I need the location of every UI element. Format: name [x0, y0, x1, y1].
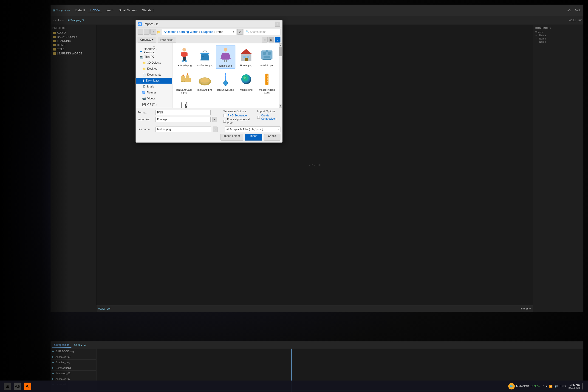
- thumb-svg-house: [238, 47, 254, 63]
- downloads-icon: ⬇: [142, 79, 145, 82]
- file-item-shovel[interactable]: IantShovel.png: [216, 70, 236, 95]
- ae-effects-panel: Controls Connect · · · Name · · · Name ·…: [533, 25, 584, 45]
- file-item-tape[interactable]: MeasuringTape.png: [257, 70, 277, 95]
- taskbar-ai[interactable]: Ai: [24, 382, 31, 390]
- ae-menu-learn[interactable]: Learn: [104, 8, 115, 13]
- tl-item-4[interactable]: ▶ Composition1: [50, 365, 96, 371]
- file-item-marble[interactable]: Marble.png: [236, 70, 256, 95]
- import-button[interactable]: Import: [245, 134, 262, 140]
- timeline-timecode: 00:72 - LW: [74, 344, 86, 346]
- sidebar-network[interactable]: 🌐 Network: [136, 108, 172, 108]
- nav-up-button[interactable]: ↑: [150, 29, 156, 35]
- file-item-ayah[interactable]: IantAyah.png: [174, 45, 194, 69]
- project-item-learning[interactable]: LEARNING: [52, 39, 94, 43]
- project-item-bg[interactable]: BACKGROUND: [52, 35, 94, 39]
- scroll-up-button[interactable]: ▲: [279, 44, 282, 47]
- taskbar-windows[interactable]: ⊞: [4, 382, 11, 390]
- new-folder-button[interactable]: New folder: [158, 37, 176, 42]
- dialog-buttons-row: Import Folder Import Cancel: [138, 134, 280, 140]
- file-item-sandcastle[interactable]: IantSandCastle.png: [174, 70, 194, 95]
- import-folder-button[interactable]: Import Folder: [220, 134, 243, 140]
- nav-refresh-button[interactable]: ⟳: [237, 29, 243, 35]
- 3dobjects-label: 3D Objects: [147, 61, 161, 64]
- ae-menu-default[interactable]: Default: [74, 8, 86, 13]
- tl-item-5[interactable]: ▶ Animated_08: [50, 371, 96, 376]
- tray-volume[interactable]: 🔊: [554, 385, 558, 388]
- svg-rect-44: [267, 78, 268, 78]
- taskbar-ae[interactable]: Ae: [14, 382, 21, 390]
- filetype-dropdown[interactable]: All Acceptable Files (*.fla;*.prproj ▾: [225, 126, 281, 132]
- file-item-sand[interactable]: IantSand.png: [195, 70, 215, 95]
- timeline-tab-comp[interactable]: Composition: [52, 342, 72, 348]
- dialog-close-button[interactable]: ×: [275, 22, 280, 27]
- tl-item-3[interactable]: ▶ Graphic_png: [50, 360, 96, 365]
- sidebar-osdrive[interactable]: 💾 OS (C:): [136, 102, 172, 108]
- file-thumb-sand: [196, 71, 213, 88]
- svg-rect-29: [181, 81, 182, 82]
- file-item-mold[interactable]: IantMold.png: [257, 45, 277, 69]
- sidebar-videos[interactable]: 📹 Videos: [136, 96, 172, 102]
- nav-back-button[interactable]: ←: [138, 29, 143, 35]
- ae-toolbar: ⬩ ✦ ✚ ⌖ ≋ ⊞ Snapping ⊡ 00:72 - LW: [50, 16, 584, 25]
- ae-menu-standard[interactable]: Standard: [140, 8, 156, 13]
- scroll-up-indicator[interactable]: ▲: [136, 44, 172, 48]
- cancel-button[interactable]: Cancel: [264, 134, 280, 140]
- ae-menu-review[interactable]: Review: [88, 7, 102, 13]
- search-box[interactable]: 🔍 Search Items: [244, 29, 280, 35]
- tray-chevron[interactable]: ^: [542, 385, 544, 388]
- ae-project-panel: Project AUDIO BACKGROUND LEARNING ITEMS …: [50, 25, 96, 312]
- import-dialog[interactable]: Ae Import File × ← → ↑ 📁 Animated Learni…: [136, 20, 282, 142]
- bottom-options-row: Format: PNG Import As: Footage ▾: [138, 110, 280, 125]
- tl-item-1[interactable]: ▶ GIFT BACK.png: [50, 348, 96, 354]
- file-item-ibu[interactable]: IantIbu.png: [216, 45, 236, 69]
- sidebar-desktop[interactable]: 📁 Desktop: [136, 66, 172, 72]
- files-scrollbar[interactable]: ▲ ▼: [278, 44, 282, 108]
- project-item-title[interactable]: TITLE: [52, 47, 94, 52]
- system-clock[interactable]: 5:36 pm 31/7/2023: [568, 383, 580, 390]
- file-thumb-notes: ♩♪ ♫: [176, 98, 192, 108]
- sidebar-downloads[interactable]: ⬇ Downloads: [136, 78, 172, 84]
- breadcrumb-dropdown-arrow[interactable]: ▾: [233, 30, 234, 33]
- tl-item-2[interactable]: ▶ Animated_09: [50, 354, 96, 360]
- project-item-items[interactable]: ITEMS: [52, 43, 94, 47]
- help-button[interactable]: ?: [275, 37, 280, 42]
- scroll-thumb[interactable]: [279, 47, 282, 56]
- filename-dropdown[interactable]: ▾: [213, 126, 218, 132]
- breadcrumb-animated[interactable]: Animated Learning Words: [164, 30, 198, 34]
- dialog-titlebar: Ae Import File ×: [136, 20, 282, 28]
- sidebar-thispc[interactable]: 💻 This PC: [136, 54, 172, 60]
- ae-menu-smallscreen[interactable]: Small Screen: [117, 8, 138, 13]
- ae-panel-label: Project: [52, 27, 94, 30]
- svg-point-0: [182, 48, 186, 52]
- import-as-dropdown[interactable]: ▾: [212, 117, 217, 122]
- breadcrumb-graphics[interactable]: Graphics: [201, 30, 213, 34]
- view-grid-button[interactable]: ⊞: [268, 37, 274, 42]
- dialog-body: ▲ ☁ OneDrive - Persona... 💻 This PC 📁 3D…: [136, 44, 282, 108]
- sidebar-3dobjects[interactable]: 📁 3D Objects: [136, 60, 172, 66]
- project-item-audio[interactable]: AUDIO: [52, 31, 94, 35]
- taskbar-show-desktop[interactable]: [582, 382, 584, 390]
- sidebar-music[interactable]: 🎵 Music: [136, 84, 172, 90]
- create-comp-checkbox[interactable]: [257, 116, 260, 119]
- nav-forward-button[interactable]: →: [144, 29, 150, 35]
- filename-input[interactable]: IantIbu.png: [156, 126, 211, 132]
- files-area: IantAyah.png IantBucket.png: [172, 44, 282, 108]
- file-item-house[interactable]: House.png: [236, 45, 256, 69]
- svg-rect-8: [200, 52, 210, 54]
- project-item-learning-words[interactable]: LEARNING WORDS: [52, 52, 94, 56]
- force-alpha-checkbox[interactable]: [223, 120, 226, 123]
- scroll-down-button[interactable]: ▼: [279, 104, 282, 108]
- organize-button[interactable]: Organize ▾: [138, 37, 156, 42]
- sidebar-pictures[interactable]: 🖼 Pictures: [136, 90, 172, 96]
- sidebar-documents[interactable]: 📄 Documents: [136, 72, 172, 78]
- tray-battery: ■: [546, 385, 547, 388]
- file-item-notes[interactable]: ♩♪ ♫ Music Notes.png: [174, 96, 194, 108]
- png-sequence-checkbox[interactable]: [223, 114, 226, 117]
- thumb-svg-sandcastle: [176, 72, 192, 87]
- sidebar-onedrive[interactable]: ☁ OneDrive - Persona...: [136, 48, 172, 54]
- view-list-button[interactable]: ≡: [262, 37, 268, 42]
- file-item-bucket[interactable]: IantBucket.png: [195, 45, 215, 69]
- import-as-input[interactable]: Footage: [156, 117, 210, 122]
- music-icon: 🎵: [142, 85, 146, 88]
- tray-language[interactable]: ENG: [560, 385, 566, 388]
